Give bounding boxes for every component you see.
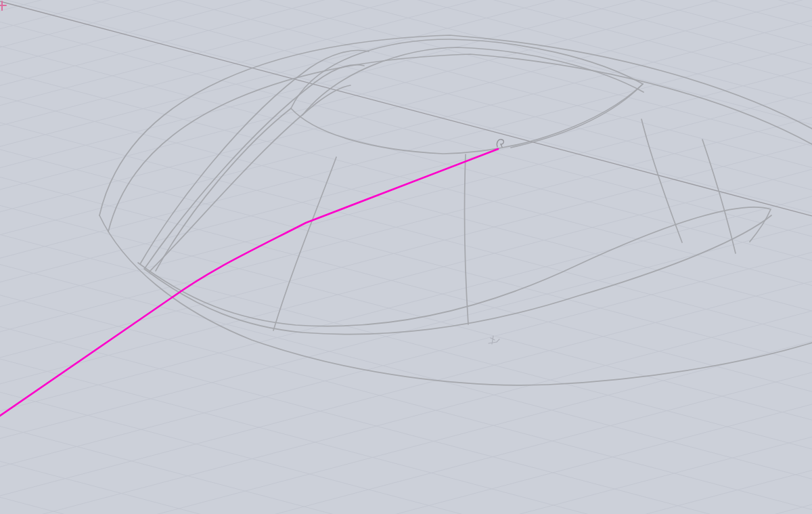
grid-lines-down-left <box>0 341 812 514</box>
cad-viewport[interactable] <box>0 0 812 514</box>
grid-lines-down-left <box>0 0 812 11</box>
grid-lines-down-right <box>0 426 812 514</box>
grid-lines-down-left <box>0 117 812 332</box>
wireframe-curve-left-fold-mid[interactable] <box>145 65 364 268</box>
grid-lines-down-left <box>0 0 812 29</box>
curve-end-hook-icon <box>497 140 503 147</box>
wireframe-curve-hull-outer-bottom[interactable] <box>99 215 812 385</box>
grid-lines-down-right <box>0 96 812 311</box>
selection-layer <box>0 149 498 419</box>
grid-lines-down-right <box>0 205 812 420</box>
grid-lines-down-right <box>0 264 812 479</box>
grid-lines-down-left <box>0 169 812 384</box>
grid-lines-down-left <box>0 0 812 126</box>
grid-lines-down-right <box>0 326 812 514</box>
grid-lines-down-left <box>0 20 812 235</box>
viewport-canvas <box>0 0 812 514</box>
wireframe-curve-left-fold-outer[interactable] <box>140 50 369 264</box>
grid-lines-down-left <box>0 0 812 168</box>
grid-lines-down-right <box>0 234 812 449</box>
selected-curve[interactable] <box>0 149 498 419</box>
saucer-wireframe <box>99 35 812 385</box>
grid-lines-down-right <box>0 392 812 514</box>
grid-lines-down-left <box>0 196 812 411</box>
grid-lines-down-left <box>0 92 812 307</box>
grid-lines-down-left <box>0 311 812 514</box>
wireframe-curve-canopy-top-double[interactable] <box>302 47 644 115</box>
grid-lines-down-left <box>0 470 812 514</box>
grid-layer <box>0 0 812 514</box>
wireframe-curve-canopy-bottom[interactable] <box>291 84 643 154</box>
grid-lines-down-right <box>0 123 812 337</box>
wireframe-curve-meridian-center[interactable] <box>465 154 468 324</box>
grid-lines-down-left <box>0 281 812 496</box>
grid-lines-down-left <box>0 372 812 514</box>
wireframe-curve-rim-front-lower[interactable] <box>144 215 771 335</box>
wireframe-curve-left-fold-inner[interactable] <box>150 85 351 272</box>
grid-lines-down-right <box>0 0 812 168</box>
wireframe-curve-canopy-top[interactable] <box>291 39 643 108</box>
grid-lines-down-left <box>0 404 812 514</box>
marker-layer <box>0 1 503 344</box>
wireframe-curve-hull-outer-top-double[interactable] <box>108 54 812 232</box>
grid-lines-down-right <box>0 295 812 510</box>
grid-lines-down-right <box>0 71 812 286</box>
